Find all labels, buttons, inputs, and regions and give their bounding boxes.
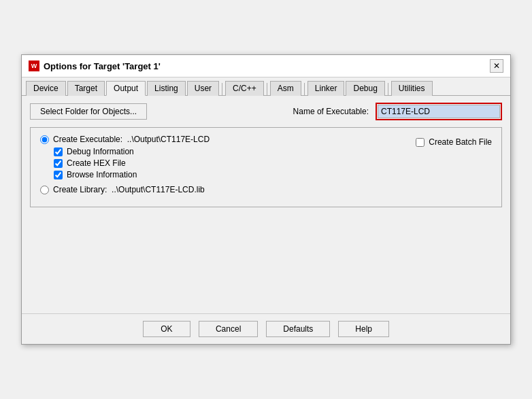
create-hex-checkbox[interactable] [54,159,63,168]
tab-device[interactable]: Device [26,81,66,96]
create-hex-row: Create HEX File [54,158,492,168]
tab-separator-1 [222,83,222,95]
app-icon: W [29,60,39,71]
browse-info-checkbox[interactable] [54,171,63,179]
tab-separator-4 [388,83,388,95]
create-batch-label: Create Batch File [429,137,492,147]
bottom-area [30,211,502,293]
create-executable-radio[interactable] [40,135,49,144]
create-library-radio[interactable] [40,186,49,194]
main-window: W Options for Target 'Target 1' ✕ Device… [21,54,511,345]
create-library-label: Create Library: ..\Output\CT117E-LCD.lib [53,185,205,194]
create-library-row: Create Library: ..\Output\CT117E-LCD.lib [40,185,492,194]
tab-output[interactable]: Output [106,81,146,96]
create-batch-checkbox[interactable] [416,138,425,147]
name-input-wrapper [376,103,502,120]
ok-button[interactable]: OK [143,321,190,337]
tab-content: Select Folder for Objects... Name of Exe… [22,96,510,300]
tab-separator-3 [304,83,305,95]
tab-bar: Device Target Output Listing User C/C++ … [22,77,510,96]
tab-linker[interactable]: Linker [307,81,345,96]
cancel-button[interactable]: Cancel [199,321,258,337]
tab-target[interactable]: Target [67,81,105,96]
title-bar-left: W Options for Target 'Target 1' [29,60,161,71]
tab-asm[interactable]: Asm [270,81,301,96]
title-bar: W Options for Target 'Target 1' ✕ [22,55,510,77]
tab-utilities[interactable]: Utilities [391,81,433,96]
name-of-executable-label: Name of Executable: [293,107,369,116]
defaults-button[interactable]: Defaults [266,321,330,337]
toolbar-row: Select Folder for Objects... Name of Exe… [30,103,502,120]
debug-info-row: Debug Information [54,147,492,156]
debug-info-label: Debug Information [67,147,134,156]
tab-listing[interactable]: Listing [147,81,186,96]
button-bar: OK Cancel Defaults Help [22,313,510,344]
create-batch-row: Create Batch File [416,137,492,147]
tab-separator-2 [267,83,267,95]
create-executable-label: Create Executable: ..\Output\CT117E-LCD [53,135,210,144]
create-hex-label: Create HEX File [67,158,126,168]
browse-info-row: Browse Information [54,170,492,179]
select-folder-button[interactable]: Select Folder for Objects... [30,103,147,120]
output-group-box: Create Batch File Create Executable: ..\… [30,127,502,207]
close-button[interactable]: ✕ [490,59,503,73]
debug-info-checkbox[interactable] [54,148,63,156]
browse-info-label: Browse Information [67,170,137,179]
window-title: Options for Target 'Target 1' [44,61,161,71]
tab-debug[interactable]: Debug [346,81,384,96]
tab-cpp[interactable]: C/C++ [225,81,264,96]
tab-user[interactable]: User [187,81,219,96]
help-button[interactable]: Help [338,321,389,337]
name-of-executable-input[interactable] [378,105,500,118]
